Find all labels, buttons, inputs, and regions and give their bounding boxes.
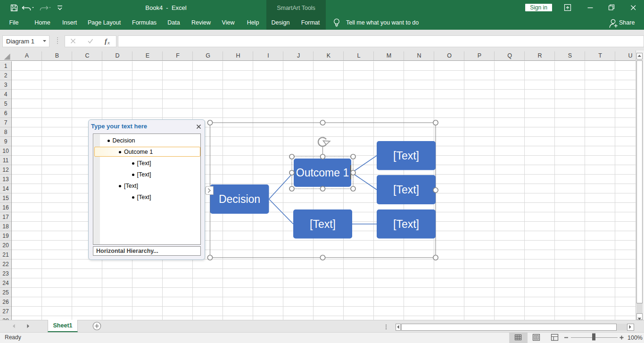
svg-text:Outcome 1: Outcome 1 [296,167,349,179]
svg-text:[Text]: [Text] [393,218,419,230]
svg-text:[Text]: [Text] [310,218,336,230]
svg-text:[Text]: [Text] [393,150,419,162]
svg-text:100%: 100% [627,335,643,341]
svg-text:[Text]: [Text] [393,184,419,196]
svg-text:x: x [107,40,110,45]
svg-text:Decision: Decision [219,193,260,205]
